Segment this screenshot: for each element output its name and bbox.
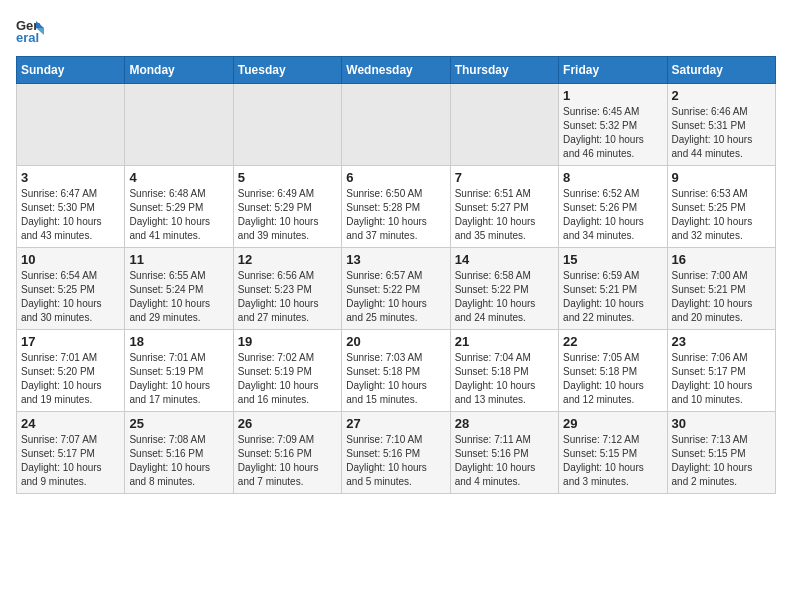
day-number: 25 [129,416,228,431]
header-friday: Friday [559,57,667,84]
day-cell: 19Sunrise: 7:02 AMSunset: 5:19 PMDayligh… [233,330,341,412]
day-info: Sunrise: 7:06 AMSunset: 5:17 PMDaylight:… [672,351,771,407]
calendar-header-row: SundayMondayTuesdayWednesdayThursdayFrid… [17,57,776,84]
day-info: Sunrise: 6:45 AMSunset: 5:32 PMDaylight:… [563,105,662,161]
day-number: 12 [238,252,337,267]
week-row-5: 24Sunrise: 7:07 AMSunset: 5:17 PMDayligh… [17,412,776,494]
day-number: 19 [238,334,337,349]
week-row-2: 3Sunrise: 6:47 AMSunset: 5:30 PMDaylight… [17,166,776,248]
day-info: Sunrise: 6:48 AMSunset: 5:29 PMDaylight:… [129,187,228,243]
day-cell: 30Sunrise: 7:13 AMSunset: 5:15 PMDayligh… [667,412,775,494]
day-info: Sunrise: 7:13 AMSunset: 5:15 PMDaylight:… [672,433,771,489]
day-info: Sunrise: 7:12 AMSunset: 5:15 PMDaylight:… [563,433,662,489]
day-cell: 3Sunrise: 6:47 AMSunset: 5:30 PMDaylight… [17,166,125,248]
day-cell: 2Sunrise: 6:46 AMSunset: 5:31 PMDaylight… [667,84,775,166]
day-info: Sunrise: 7:01 AMSunset: 5:20 PMDaylight:… [21,351,120,407]
header-monday: Monday [125,57,233,84]
day-info: Sunrise: 7:07 AMSunset: 5:17 PMDaylight:… [21,433,120,489]
day-cell: 5Sunrise: 6:49 AMSunset: 5:29 PMDaylight… [233,166,341,248]
day-info: Sunrise: 6:47 AMSunset: 5:30 PMDaylight:… [21,187,120,243]
day-number: 21 [455,334,554,349]
day-info: Sunrise: 6:55 AMSunset: 5:24 PMDaylight:… [129,269,228,325]
day-number: 9 [672,170,771,185]
day-number: 10 [21,252,120,267]
day-number: 16 [672,252,771,267]
day-cell: 24Sunrise: 7:07 AMSunset: 5:17 PMDayligh… [17,412,125,494]
day-cell [125,84,233,166]
day-cell: 29Sunrise: 7:12 AMSunset: 5:15 PMDayligh… [559,412,667,494]
day-cell: 11Sunrise: 6:55 AMSunset: 5:24 PMDayligh… [125,248,233,330]
day-cell: 12Sunrise: 6:56 AMSunset: 5:23 PMDayligh… [233,248,341,330]
day-number: 30 [672,416,771,431]
day-info: Sunrise: 6:59 AMSunset: 5:21 PMDaylight:… [563,269,662,325]
day-cell: 22Sunrise: 7:05 AMSunset: 5:18 PMDayligh… [559,330,667,412]
day-info: Sunrise: 6:57 AMSunset: 5:22 PMDaylight:… [346,269,445,325]
day-cell: 14Sunrise: 6:58 AMSunset: 5:22 PMDayligh… [450,248,558,330]
day-info: Sunrise: 6:52 AMSunset: 5:26 PMDaylight:… [563,187,662,243]
day-cell [233,84,341,166]
day-info: Sunrise: 7:02 AMSunset: 5:19 PMDaylight:… [238,351,337,407]
day-info: Sunrise: 7:04 AMSunset: 5:18 PMDaylight:… [455,351,554,407]
day-cell: 8Sunrise: 6:52 AMSunset: 5:26 PMDaylight… [559,166,667,248]
day-number: 14 [455,252,554,267]
day-number: 6 [346,170,445,185]
day-number: 22 [563,334,662,349]
day-info: Sunrise: 6:49 AMSunset: 5:29 PMDaylight:… [238,187,337,243]
day-cell: 25Sunrise: 7:08 AMSunset: 5:16 PMDayligh… [125,412,233,494]
day-cell: 1Sunrise: 6:45 AMSunset: 5:32 PMDaylight… [559,84,667,166]
day-number: 2 [672,88,771,103]
day-cell: 7Sunrise: 6:51 AMSunset: 5:27 PMDaylight… [450,166,558,248]
header-wednesday: Wednesday [342,57,450,84]
day-number: 1 [563,88,662,103]
day-info: Sunrise: 7:08 AMSunset: 5:16 PMDaylight:… [129,433,228,489]
day-cell: 16Sunrise: 7:00 AMSunset: 5:21 PMDayligh… [667,248,775,330]
header-sunday: Sunday [17,57,125,84]
day-info: Sunrise: 7:03 AMSunset: 5:18 PMDaylight:… [346,351,445,407]
header: Gen eral [16,16,776,44]
week-row-3: 10Sunrise: 6:54 AMSunset: 5:25 PMDayligh… [17,248,776,330]
day-cell [17,84,125,166]
header-tuesday: Tuesday [233,57,341,84]
day-number: 20 [346,334,445,349]
day-number: 18 [129,334,228,349]
day-cell: 20Sunrise: 7:03 AMSunset: 5:18 PMDayligh… [342,330,450,412]
day-number: 17 [21,334,120,349]
week-row-4: 17Sunrise: 7:01 AMSunset: 5:20 PMDayligh… [17,330,776,412]
week-row-1: 1Sunrise: 6:45 AMSunset: 5:32 PMDaylight… [17,84,776,166]
day-info: Sunrise: 6:51 AMSunset: 5:27 PMDaylight:… [455,187,554,243]
day-number: 15 [563,252,662,267]
day-number: 29 [563,416,662,431]
header-thursday: Thursday [450,57,558,84]
day-number: 23 [672,334,771,349]
day-cell: 23Sunrise: 7:06 AMSunset: 5:17 PMDayligh… [667,330,775,412]
day-cell: 27Sunrise: 7:10 AMSunset: 5:16 PMDayligh… [342,412,450,494]
day-info: Sunrise: 7:01 AMSunset: 5:19 PMDaylight:… [129,351,228,407]
day-cell [342,84,450,166]
logo: Gen eral [16,16,48,44]
logo-icon: Gen eral [16,16,44,44]
day-number: 8 [563,170,662,185]
day-info: Sunrise: 6:46 AMSunset: 5:31 PMDaylight:… [672,105,771,161]
day-cell: 6Sunrise: 6:50 AMSunset: 5:28 PMDaylight… [342,166,450,248]
day-cell [450,84,558,166]
day-number: 3 [21,170,120,185]
day-info: Sunrise: 6:54 AMSunset: 5:25 PMDaylight:… [21,269,120,325]
day-cell: 9Sunrise: 6:53 AMSunset: 5:25 PMDaylight… [667,166,775,248]
day-cell: 26Sunrise: 7:09 AMSunset: 5:16 PMDayligh… [233,412,341,494]
day-info: Sunrise: 6:53 AMSunset: 5:25 PMDaylight:… [672,187,771,243]
day-number: 5 [238,170,337,185]
day-number: 4 [129,170,228,185]
day-number: 13 [346,252,445,267]
day-number: 27 [346,416,445,431]
day-cell: 13Sunrise: 6:57 AMSunset: 5:22 PMDayligh… [342,248,450,330]
day-cell: 15Sunrise: 6:59 AMSunset: 5:21 PMDayligh… [559,248,667,330]
day-cell: 17Sunrise: 7:01 AMSunset: 5:20 PMDayligh… [17,330,125,412]
day-number: 24 [21,416,120,431]
day-cell: 4Sunrise: 6:48 AMSunset: 5:29 PMDaylight… [125,166,233,248]
day-info: Sunrise: 7:05 AMSunset: 5:18 PMDaylight:… [563,351,662,407]
day-number: 11 [129,252,228,267]
day-info: Sunrise: 7:09 AMSunset: 5:16 PMDaylight:… [238,433,337,489]
day-info: Sunrise: 7:00 AMSunset: 5:21 PMDaylight:… [672,269,771,325]
day-cell: 18Sunrise: 7:01 AMSunset: 5:19 PMDayligh… [125,330,233,412]
day-number: 26 [238,416,337,431]
